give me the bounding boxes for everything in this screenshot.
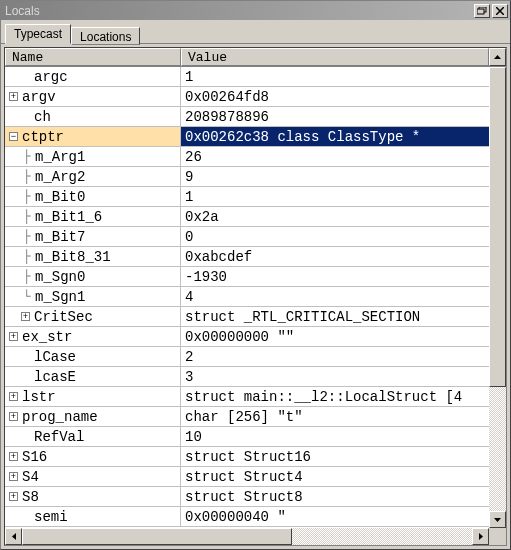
table-row[interactable]: ├m_Sgn0-1930	[5, 267, 489, 287]
name-cell[interactable]: ├m_Bit0	[5, 187, 181, 207]
table-row[interactable]: ├m_Bit8_310xabcdef	[5, 247, 489, 267]
table-row[interactable]: argc1	[5, 67, 489, 87]
table-row[interactable]: +prog_namechar [256] "t"	[5, 407, 489, 427]
name-cell[interactable]: lCase	[5, 347, 181, 367]
table-row[interactable]: RefVal10	[5, 427, 489, 447]
hscroll-thumb[interactable]	[22, 528, 292, 545]
value-cell[interactable]: char [256] "t"	[181, 407, 489, 427]
expand-icon[interactable]: +	[9, 452, 18, 461]
table-row[interactable]: ├m_Bit01	[5, 187, 489, 207]
value-cell[interactable]: struct main::__l2::LocalStruct [4	[181, 387, 489, 407]
value-cell[interactable]: 0x00000000 ""	[181, 327, 489, 347]
value-cell[interactable]: 2089878896	[181, 107, 489, 127]
name-cell[interactable]: +S16	[5, 447, 181, 467]
name-cell[interactable]: +prog_name	[5, 407, 181, 427]
table-row[interactable]: +CritSecstruct _RTL_CRITICAL_SECTION	[5, 307, 489, 327]
name-cell[interactable]: +lstr	[5, 387, 181, 407]
name-cell[interactable]: +CritSec	[5, 307, 181, 327]
value-cell[interactable]: struct Struct8	[181, 487, 489, 507]
collapse-icon[interactable]: −	[9, 132, 18, 141]
hscroll-track[interactable]	[22, 528, 472, 545]
value-cell[interactable]: 0x2a	[181, 207, 489, 227]
table-row[interactable]: +S4struct Struct4	[5, 467, 489, 487]
chevron-right-icon	[479, 533, 483, 540]
vertical-scrollbar[interactable]	[489, 67, 506, 528]
value-cell[interactable]: -1930	[181, 267, 489, 287]
table-row[interactable]: lCase2	[5, 347, 489, 367]
value-cell[interactable]: struct Struct16	[181, 447, 489, 467]
name-cell[interactable]: ├m_Sgn0	[5, 267, 181, 287]
value-cell[interactable]: 0x00262c38 class ClassType *	[181, 127, 489, 147]
expand-icon[interactable]: +	[9, 492, 18, 501]
value-cell[interactable]: 10	[181, 427, 489, 447]
name-cell[interactable]: ├m_Arg2	[5, 167, 181, 187]
table-row[interactable]: ├m_Bit1_60x2a	[5, 207, 489, 227]
value-cell[interactable]: 0x00000040 "	[181, 507, 489, 527]
value-cell[interactable]: 3	[181, 367, 489, 387]
table-row[interactable]: ├m_Arg29	[5, 167, 489, 187]
variable-name: lcasE	[34, 367, 76, 387]
close-button[interactable]	[492, 4, 508, 18]
expand-icon[interactable]: +	[9, 392, 18, 401]
vscroll-track[interactable]	[489, 67, 506, 511]
name-cell[interactable]: semi	[5, 507, 181, 527]
name-cell[interactable]: lcasE	[5, 367, 181, 387]
tab-typecast[interactable]: Typecast	[5, 24, 71, 44]
variable-value: struct Struct8	[185, 487, 303, 507]
table-row[interactable]: └m_Sgn14	[5, 287, 489, 307]
table-row[interactable]: +S8struct Struct8	[5, 487, 489, 507]
value-cell[interactable]: 26	[181, 147, 489, 167]
column-header-name[interactable]: Name	[5, 48, 181, 66]
scroll-up-button[interactable]	[489, 48, 506, 66]
table-row[interactable]: −ctptr0x00262c38 class ClassType *	[5, 127, 489, 147]
table-row[interactable]: ├m_Bit70	[5, 227, 489, 247]
tree-branch-icon: ├	[21, 167, 33, 187]
name-cell[interactable]: +S4	[5, 467, 181, 487]
expand-icon[interactable]: +	[9, 472, 18, 481]
value-cell[interactable]: 1	[181, 187, 489, 207]
value-cell[interactable]: struct Struct4	[181, 467, 489, 487]
table-row[interactable]: +ex_str0x00000000 ""	[5, 327, 489, 347]
value-cell[interactable]: 9	[181, 167, 489, 187]
expand-icon[interactable]: +	[9, 92, 18, 101]
value-cell[interactable]: 4	[181, 287, 489, 307]
table-row[interactable]: semi0x00000040 "	[5, 507, 489, 527]
name-cell[interactable]: ch	[5, 107, 181, 127]
column-header-value[interactable]: Value	[181, 48, 489, 66]
scroll-down-button[interactable]	[489, 511, 506, 528]
name-cell[interactable]: ├m_Bit7	[5, 227, 181, 247]
scroll-right-button[interactable]	[472, 528, 489, 545]
name-cell[interactable]: −ctptr	[5, 127, 181, 147]
table-row[interactable]: lcasE3	[5, 367, 489, 387]
name-cell[interactable]: RefVal	[5, 427, 181, 447]
value-cell[interactable]: 0xabcdef	[181, 247, 489, 267]
vscroll-thumb[interactable]	[489, 67, 506, 387]
table-row[interactable]: +lstrstruct main::__l2::LocalStruct [4	[5, 387, 489, 407]
name-cell[interactable]: +ex_str	[5, 327, 181, 347]
restore-button[interactable]	[474, 4, 490, 18]
name-cell[interactable]: ├m_Bit1_6	[5, 207, 181, 227]
name-cell[interactable]: +S8	[5, 487, 181, 507]
name-cell[interactable]: ├m_Bit8_31	[5, 247, 181, 267]
name-cell[interactable]: argc	[5, 67, 181, 87]
expand-icon[interactable]: +	[21, 312, 30, 321]
table-row[interactable]: +argv0x00264fd8	[5, 87, 489, 107]
table-row[interactable]: ch2089878896	[5, 107, 489, 127]
expand-icon[interactable]: +	[9, 412, 18, 421]
name-cell[interactable]: ├m_Arg1	[5, 147, 181, 167]
expand-icon[interactable]: +	[9, 332, 18, 341]
value-cell[interactable]: struct _RTL_CRITICAL_SECTION	[181, 307, 489, 327]
value-cell[interactable]: 1	[181, 67, 489, 87]
variable-value: 0xabcdef	[185, 247, 252, 267]
chevron-left-icon	[12, 533, 16, 540]
table-row[interactable]: ├m_Arg126	[5, 147, 489, 167]
table-row[interactable]: +S16struct Struct16	[5, 447, 489, 467]
value-cell[interactable]: 2	[181, 347, 489, 367]
value-cell[interactable]: 0	[181, 227, 489, 247]
name-cell[interactable]: +argv	[5, 87, 181, 107]
value-cell[interactable]: 0x00264fd8	[181, 87, 489, 107]
tab-locations[interactable]: Locations	[71, 27, 140, 45]
scroll-left-button[interactable]	[5, 528, 22, 545]
horizontal-scrollbar[interactable]	[5, 528, 489, 545]
name-cell[interactable]: └m_Sgn1	[5, 287, 181, 307]
